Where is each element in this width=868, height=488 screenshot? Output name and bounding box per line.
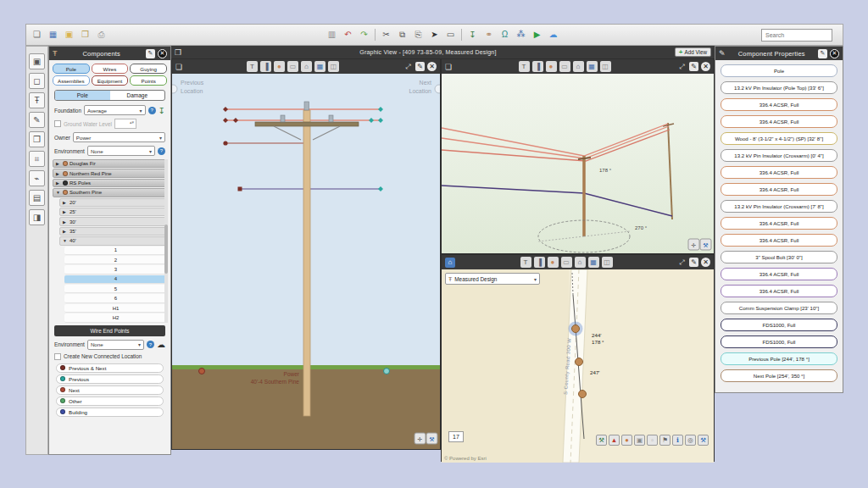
view-3d-canvas[interactable]: 178 ° 270 ° ✛ ⚒	[442, 74, 714, 253]
component-item[interactable]: 13.2 kV Pin Insulator (Crossarm) [0' 4"]	[721, 149, 837, 162]
target-tool-icon[interactable]: ◎	[685, 435, 696, 446]
home-icon[interactable]: ⌂	[573, 61, 584, 72]
popout-icon[interactable]: ✎	[415, 62, 425, 71]
foundation-select[interactable]: Average	[84, 105, 146, 115]
data-view-icon[interactable]: ◫	[602, 257, 613, 268]
sun-icon[interactable]: ●	[546, 61, 557, 72]
crossarm-insulator[interactable]	[281, 115, 285, 122]
environment-select[interactable]: None	[87, 146, 155, 156]
tree-arrow-icon[interactable]: ▶	[63, 200, 68, 205]
settings-tool-icon[interactable]: ⚒	[698, 435, 709, 446]
tree-item-4[interactable]: 4	[64, 275, 167, 284]
owner-select[interactable]: Power	[73, 132, 165, 142]
tree-item-25[interactable]: ▶25'	[59, 208, 167, 216]
data-view-icon[interactable]: ◫	[600, 61, 611, 72]
tree-item-DouglasFir[interactable]: ▶Douglas Fir	[53, 159, 167, 168]
component-item[interactable]: 13.2 kV Pin Insulator (Pole Top) [33' 6"…	[721, 81, 837, 94]
component-item[interactable]: Comm Suspension Clamp [23' 10"]	[721, 302, 837, 314]
tree-scrollbar[interactable]	[164, 159, 168, 323]
pole-elevation-canvas[interactable]: Previous Location Next Location Power 40…	[172, 74, 440, 449]
pole-top-insulator[interactable]	[304, 102, 309, 110]
component-item[interactable]: 3" Spool Bolt [30' 0"]	[721, 251, 837, 263]
component-item[interactable]: 13.2 kV Pin Insulator (Crossarm) [7' 8"]	[721, 200, 837, 213]
sun-icon[interactable]: ●	[548, 257, 559, 268]
run-icon[interactable]: ▶	[530, 27, 544, 42]
tab-wires[interactable]: Wires	[92, 64, 129, 74]
ground-water-input[interactable]	[114, 119, 136, 129]
info-icon[interactable]: ?	[147, 341, 154, 348]
tab-guying[interactable]: Guying	[130, 64, 167, 74]
pole-view-icon[interactable]: ▐	[260, 61, 271, 72]
close-icon[interactable]: ✕	[427, 62, 437, 71]
settings-button[interactable]: ⚒	[700, 239, 711, 250]
share-icon[interactable]: ⁂	[514, 27, 528, 42]
select-cursor-icon[interactable]: ➤	[427, 27, 442, 42]
photo-tool-icon[interactable]: ◨	[29, 209, 45, 225]
monitor-tool-icon[interactable]: ▣	[29, 53, 45, 69]
tab-pole[interactable]: Pole	[53, 64, 90, 74]
popout-icon[interactable]: ✎	[689, 62, 698, 71]
tab-equipment[interactable]: Equipment	[92, 75, 129, 86]
pole-view-icon[interactable]: ▐	[534, 257, 545, 268]
text-tool-icon[interactable]: T	[519, 61, 530, 72]
next-ground-marker[interactable]	[384, 369, 390, 374]
layers-tool-icon[interactable]: ▣	[634, 435, 645, 446]
home-icon[interactable]: ⌂	[301, 61, 312, 72]
tree-item-6[interactable]: 6	[64, 294, 167, 302]
photo-icon[interactable]: ▦	[314, 61, 326, 72]
tree-item-2[interactable]: 2	[64, 256, 167, 264]
component-item[interactable]: Previous Pole [244', 178 °]	[721, 352, 837, 365]
open-folder-icon[interactable]: ▣	[62, 27, 76, 42]
home-icon[interactable]: ⌂	[575, 257, 586, 268]
delete-icon[interactable]: ▥	[325, 27, 339, 42]
report-tool-icon[interactable]: ❐	[29, 131, 45, 147]
map-canvas[interactable]: 244' 178 ° 247' S County Road 300 W Ŧ Me…	[442, 269, 714, 463]
measure-icon[interactable]: ▭	[559, 61, 570, 72]
marquee-icon[interactable]: ▭	[443, 27, 458, 42]
tree-item-1[interactable]: 1	[64, 247, 167, 255]
paste-icon[interactable]: ⎘	[411, 27, 426, 42]
tab-assemblies[interactable]: Assemblies	[53, 75, 90, 86]
tab-points[interactable]: Points	[130, 75, 167, 86]
tree-item-H1[interactable]: H1	[64, 304, 167, 313]
tree-item-3[interactable]: 3	[64, 265, 167, 274]
new-file-icon[interactable]: ❏	[30, 27, 44, 42]
link-icon[interactable]: ⚭	[481, 27, 496, 42]
tree-item-20[interactable]: ▶20'	[59, 198, 167, 207]
component-item[interactable]: 336.4 ACSR, Full	[721, 234, 837, 247]
pole-tool-icon[interactable]: Ŧ	[29, 92, 45, 108]
popout-icon[interactable]: ✎	[146, 49, 155, 58]
tree-arrow-icon[interactable]: ▼	[56, 190, 61, 195]
next-node[interactable]	[435, 85, 440, 93]
info-icon[interactable]: ?	[158, 147, 165, 155]
save-icon[interactable]: ▦	[46, 27, 60, 42]
tree-item-H2[interactable]: H2	[64, 313, 167, 322]
close-icon[interactable]: ✕	[701, 258, 710, 267]
crossarm-insulator[interactable]	[329, 115, 333, 122]
map-pole-marker[interactable]	[576, 358, 583, 366]
axes-button[interactable]: ✛	[688, 239, 699, 250]
close-icon[interactable]: ✕	[158, 49, 167, 58]
data-view-icon[interactable]: ◫	[328, 61, 339, 72]
ground-water-checkbox[interactable]	[54, 120, 61, 127]
table-tool-icon[interactable]: ▤	[29, 190, 45, 206]
design-select[interactable]: Ŧ Measured Design	[445, 273, 540, 285]
expand-icon[interactable]: ⤢	[403, 63, 413, 71]
cut-icon[interactable]: ✂	[379, 27, 393, 42]
popout-icon[interactable]: ✎	[818, 49, 827, 58]
component-item[interactable]: 336.4 ACSR, Full	[721, 115, 837, 128]
pole-graphic[interactable]	[303, 110, 310, 416]
pole-marker-tool-icon[interactable]: ●	[621, 435, 632, 446]
previous-ground-marker[interactable]	[199, 369, 205, 374]
component-item[interactable]: 336.4 ACSR, Full	[721, 166, 837, 179]
close-icon[interactable]: ✕	[701, 62, 710, 71]
wrench-tool-icon[interactable]: ⚒	[596, 435, 607, 446]
undo-icon[interactable]: ↶	[341, 27, 355, 42]
tree-item-5[interactable]: 5	[64, 285, 167, 293]
add-view-button[interactable]: + Add View	[675, 47, 711, 57]
crossarm-graphic[interactable]	[255, 122, 359, 126]
import-folder-icon[interactable]: ❐	[78, 27, 92, 42]
text-tool-icon[interactable]: T	[247, 61, 258, 72]
axes-button[interactable]: ✛	[415, 433, 426, 444]
tree-arrow-icon[interactable]: ▼	[63, 238, 68, 243]
